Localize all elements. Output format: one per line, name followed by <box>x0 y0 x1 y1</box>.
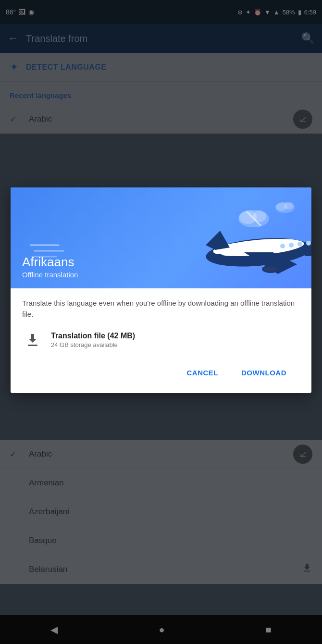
file-details: Translation file (42 MB) 24 GB storage a… <box>51 332 135 348</box>
airplane-icon <box>182 207 311 288</box>
file-name-label: Translation file (42 MB) <box>51 332 135 340</box>
file-info-row: Translation file (42 MB) 24 GB storage a… <box>22 329 300 350</box>
dialog-header: Afrikaans Offline translation <box>11 187 311 288</box>
svg-point-13 <box>280 244 285 248</box>
dialog-language-title: Afrikaans <box>22 255 78 270</box>
svg-rect-22 <box>28 345 37 346</box>
dialog-header-text: Afrikaans Offline translation <box>22 255 78 279</box>
storage-label: 24 GB storage available <box>51 341 135 348</box>
svg-rect-21 <box>263 267 277 272</box>
svg-marker-18 <box>206 231 230 250</box>
download-button[interactable]: DOWNLOAD <box>232 364 296 382</box>
dialog-actions: CANCEL DOWNLOAD <box>22 360 300 385</box>
svg-point-14 <box>289 243 294 248</box>
download-icon <box>22 329 43 350</box>
offline-translation-dialog: Afrikaans Offline translation <box>11 187 311 393</box>
cancel-button[interactable]: CANCEL <box>177 364 228 382</box>
svg-point-15 <box>297 242 302 247</box>
dialog-description: Translate this language even when you're… <box>22 298 300 320</box>
svg-point-16 <box>306 241 311 246</box>
dialog-language-subtitle: Offline translation <box>22 271 78 279</box>
dialog-body: Translate this language even when you're… <box>11 288 311 393</box>
